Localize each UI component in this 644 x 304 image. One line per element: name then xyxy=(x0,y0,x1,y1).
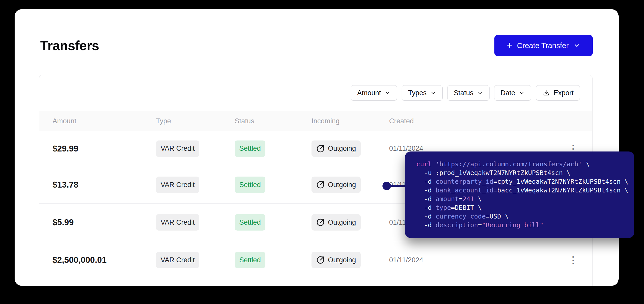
row-menu-kebab-icon[interactable]: ⋮ xyxy=(565,252,581,268)
direction-badge: Outgoing xyxy=(311,140,361,157)
direction-badge: Outgoing xyxy=(311,177,361,193)
filter-status-dropdown[interactable]: Status xyxy=(447,85,490,101)
direction-badge: Outgoing xyxy=(311,252,361,268)
code-line: -u :prod_1vWeqakwT2N7NYRtZkUPSBt4scn \ xyxy=(416,169,632,177)
column-header-type: Type xyxy=(156,117,235,125)
status-badge: Settled xyxy=(235,177,265,193)
download-icon xyxy=(542,89,550,97)
chevron-down-icon xyxy=(573,42,580,49)
curl-code-tooltip: curl 'https://api.column.com/transfers/a… xyxy=(405,151,634,238)
type-badge: VAR Credit xyxy=(156,252,199,268)
filter-label: Types xyxy=(408,89,427,97)
filter-date-dropdown[interactable]: Date xyxy=(494,85,531,101)
table-row[interactable]: $2,500,000.01VAR CreditSettledOutgoing01… xyxy=(39,241,592,279)
status-badge: Settled xyxy=(235,214,265,231)
direction-label: Outgoing xyxy=(328,219,356,226)
filter-label: Status xyxy=(454,89,473,97)
plus-icon: + xyxy=(507,40,512,50)
cell-created: 01/11/2024 xyxy=(389,256,554,264)
direction-badge: Outgoing xyxy=(311,214,361,231)
chevron-down-icon xyxy=(385,90,391,96)
filter-label: Amount xyxy=(357,89,381,97)
page-title: Transfers xyxy=(40,38,99,53)
arrow-out-circle-icon xyxy=(316,144,325,153)
create-transfer-label: Create Transfer xyxy=(517,41,568,50)
filter-types-dropdown[interactable]: Types xyxy=(402,85,443,101)
export-label: Export xyxy=(554,89,574,97)
chevron-down-icon xyxy=(519,90,525,96)
create-transfer-button[interactable]: + Create Transfer xyxy=(494,35,593,56)
cell-amount: $13.78 xyxy=(39,180,156,190)
code-line: -d counterparty_id=cpty_1vWeqakwT2N7NYRt… xyxy=(416,177,632,186)
status-badge: Settled xyxy=(235,140,265,157)
column-header-created: Created xyxy=(389,117,554,125)
column-header-incoming: Incoming xyxy=(311,117,389,125)
direction-label: Outgoing xyxy=(328,181,356,189)
filter-bar: AmountTypesStatusDate Export xyxy=(39,75,592,111)
curl-code-block: curl 'https://api.column.com/transfers/a… xyxy=(416,160,632,230)
arrow-out-circle-icon xyxy=(316,218,325,227)
code-line: -d description="Recurring bill" xyxy=(416,221,632,230)
direction-label: Outgoing xyxy=(328,256,356,264)
filter-amount-dropdown[interactable]: Amount xyxy=(351,85,397,101)
code-line: -d type=DEBIT \ xyxy=(416,203,632,212)
cell-amount: $29.99 xyxy=(39,144,156,154)
type-badge: VAR Credit xyxy=(156,177,199,193)
column-header-status: Status xyxy=(235,117,311,125)
code-line: curl 'https://api.column.com/transfers/a… xyxy=(416,160,632,169)
app-window: Transfers + Create Transfer AmountTypesS… xyxy=(15,9,619,286)
table-header-row: AmountTypeStatusIncomingCreated xyxy=(39,111,592,131)
status-badge: Settled xyxy=(235,252,265,268)
type-badge: VAR Credit xyxy=(156,140,199,157)
cell-amount: $5.99 xyxy=(39,218,156,227)
arrow-out-circle-icon xyxy=(316,180,325,189)
filter-label: Date xyxy=(501,89,515,97)
chevron-down-icon xyxy=(430,90,436,96)
export-button[interactable]: Export xyxy=(536,85,580,101)
code-line: -d bank_account_id=bacc_1vWeqakwT2N7NYRt… xyxy=(416,186,632,195)
cell-amount: $2,500,000.01 xyxy=(39,255,156,265)
code-line: -d amount=241 \ xyxy=(416,195,632,203)
tooltip-connector-dot xyxy=(382,182,391,190)
filter-group: AmountTypesStatusDate xyxy=(351,85,531,101)
arrow-out-circle-icon xyxy=(316,256,325,264)
type-badge: VAR Credit xyxy=(156,214,199,231)
direction-label: Outgoing xyxy=(328,145,356,153)
code-line: -d currency_code=USD \ xyxy=(416,212,632,221)
column-header-amount: Amount xyxy=(39,117,156,125)
chevron-down-icon xyxy=(477,90,483,96)
